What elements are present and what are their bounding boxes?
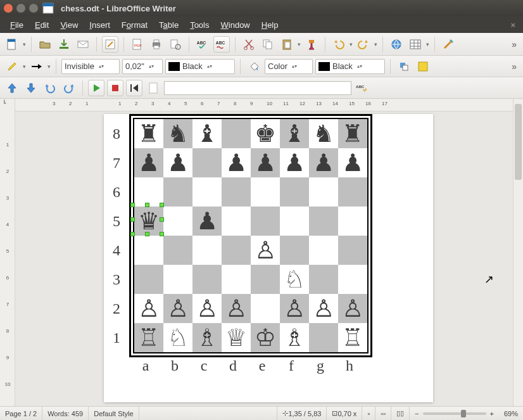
menu-table[interactable]: Table <box>154 19 184 31</box>
arrow-up-button[interactable] <box>4 80 20 96</box>
document-area[interactable]: 3211234567891011121314151617 87654321 ♜♞… <box>15 99 513 406</box>
print-button[interactable] <box>148 36 165 53</box>
window-maximize-button[interactable] <box>29 4 38 13</box>
dropdown-caret-icon[interactable]: ▾ <box>23 41 26 48</box>
dropdown-caret-icon[interactable]: ▾ <box>23 63 26 70</box>
square-h8: ♜ <box>338 119 367 148</box>
dropdown-caret-icon[interactable]: ▾ <box>350 41 353 48</box>
status-view-single[interactable]: ▫ <box>362 407 375 420</box>
zoom-handle[interactable] <box>461 410 466 417</box>
vertical-scrollbar[interactable] <box>513 99 523 406</box>
square-a1: ♖ <box>134 323 163 352</box>
rank-label: 4 <box>113 236 120 265</box>
toolbar-overflow-button[interactable]: » <box>509 61 519 72</box>
line-width-field[interactable]: 0,02" ▴▾ <box>122 59 163 74</box>
status-style[interactable]: Default Style <box>89 407 139 420</box>
undo-nav-button[interactable] <box>42 80 58 96</box>
zoom-in-icon[interactable]: + <box>490 410 494 417</box>
menu-edit[interactable]: Edit <box>30 19 54 31</box>
file-label: a <box>131 357 160 374</box>
arrow-down-button[interactable] <box>23 80 39 96</box>
toolbar-overflow-button[interactable]: » <box>509 39 519 49</box>
macro-play-button[interactable] <box>88 80 104 96</box>
spinner-icon[interactable]: ▴▾ <box>355 65 364 68</box>
separator <box>31 37 32 52</box>
horizontal-ruler[interactable]: 3211234567891011121314151617 <box>15 99 513 111</box>
edit-mode-button[interactable] <box>102 36 118 53</box>
menu-insert[interactable]: Insert <box>84 19 115 31</box>
anchor-button[interactable] <box>396 58 412 75</box>
copy-button[interactable] <box>260 36 276 53</box>
redo-button[interactable] <box>355 36 372 53</box>
insert-table-button[interactable] <box>407 36 424 53</box>
status-view-multi[interactable]: ▫▫ <box>375 407 391 420</box>
status-page[interactable]: Page 1 / 2 <box>0 407 42 420</box>
dropdown-caret-icon[interactable]: ▾ <box>298 41 301 48</box>
macro-stop-button[interactable] <box>107 80 123 96</box>
fill-bucket-button[interactable] <box>246 58 262 75</box>
menu-tools[interactable]: Tools <box>185 19 214 31</box>
macro-rewind-button[interactable] <box>126 80 142 96</box>
status-coords[interactable]: ⊹ 1,35 / 5,83 <box>277 407 327 420</box>
standard-toolbar: ▾ PDF ABC ABC ▾ ▾ ▾ ▾ » <box>0 33 523 56</box>
status-view-book[interactable]: ▯▯ <box>391 407 410 420</box>
app-icon <box>42 2 54 15</box>
paste-button[interactable] <box>279 36 295 53</box>
file-labels: abcdefgh <box>131 357 372 374</box>
save-button[interactable] <box>56 36 72 53</box>
spinner-icon[interactable]: ▴▾ <box>147 65 156 68</box>
doc-close-button[interactable]: × <box>508 20 518 30</box>
fill-color-dropdown[interactable]: Black ▴▾ <box>315 59 385 74</box>
clone-format-button[interactable] <box>303 36 320 53</box>
menu-view[interactable]: View <box>55 19 83 31</box>
rank-labels: 87654321 <box>113 119 120 352</box>
zoom-slider[interactable] <box>423 412 486 415</box>
status-words[interactable]: Words: 459 <box>42 407 89 420</box>
menu-file[interactable]: File <box>5 19 28 31</box>
scrollbar-thumb[interactable] <box>515 104 522 180</box>
print-preview-button[interactable] <box>167 36 184 53</box>
undo-button[interactable] <box>331 36 347 53</box>
find-replace-button[interactable]: ABC <box>354 80 370 96</box>
hyperlink-button[interactable] <box>388 36 405 53</box>
zoom-control[interactable]: − + <box>410 407 499 420</box>
status-lang[interactable] <box>139 407 278 420</box>
square-c3 <box>192 265 222 294</box>
square-c7 <box>192 148 222 177</box>
vertical-ruler[interactable]: ┗ 12345678910 <box>0 99 15 406</box>
status-size[interactable]: ⊡ 0,70 x <box>327 407 362 420</box>
arrow-style-button[interactable] <box>28 58 45 75</box>
blank-page-button[interactable] <box>145 80 161 96</box>
line-color-dropdown[interactable]: Black ▴▾ <box>165 59 235 74</box>
menu-format[interactable]: Format <box>117 19 153 31</box>
menu-help[interactable]: Help <box>256 19 284 31</box>
highlight-button[interactable] <box>4 58 20 75</box>
square-b8: ♞ <box>163 119 192 148</box>
show-draw-button[interactable] <box>440 36 457 53</box>
dropdown-caret-icon[interactable]: ▾ <box>426 41 429 48</box>
square-b6 <box>163 177 192 207</box>
auto-spellcheck-button[interactable]: ABC <box>213 36 230 53</box>
window-minimize-button[interactable] <box>16 4 25 13</box>
menu-window[interactable]: Window <box>216 19 255 31</box>
cut-button[interactable] <box>241 36 257 53</box>
spellcheck-button[interactable]: ABC <box>194 36 211 53</box>
spinner-icon[interactable]: ▴▾ <box>290 65 299 68</box>
dropdown-caret-icon[interactable]: ▾ <box>374 41 377 48</box>
find-input[interactable] <box>164 81 351 95</box>
new-doc-button[interactable] <box>4 36 20 53</box>
bring-front-button[interactable] <box>415 58 431 75</box>
redo-nav-button[interactable] <box>61 80 77 96</box>
fill-mode-dropdown[interactable]: Color ▴▾ <box>265 59 313 74</box>
spinner-icon[interactable]: ▴▾ <box>97 65 106 68</box>
open-button[interactable] <box>37 36 53 53</box>
email-button[interactable] <box>75 36 91 53</box>
zoom-out-icon[interactable]: − <box>415 410 419 417</box>
dropdown-caret-icon[interactable]: ▾ <box>47 63 51 70</box>
zoom-value[interactable]: 69% <box>499 407 523 420</box>
export-pdf-button[interactable]: PDF <box>129 36 146 53</box>
window-close-button[interactable] <box>4 4 13 13</box>
chessboard-object[interactable]: 87654321 ♜♞♝♚♝♞♜♟♟♟♟♟♟♟♛♟♙♘♙♙♙♙♙♙♙♖♘♗♕♔♗… <box>129 114 372 374</box>
line-style-dropdown[interactable]: Invisible ▴▾ <box>61 59 120 74</box>
spinner-icon[interactable]: ▴▾ <box>205 65 214 68</box>
